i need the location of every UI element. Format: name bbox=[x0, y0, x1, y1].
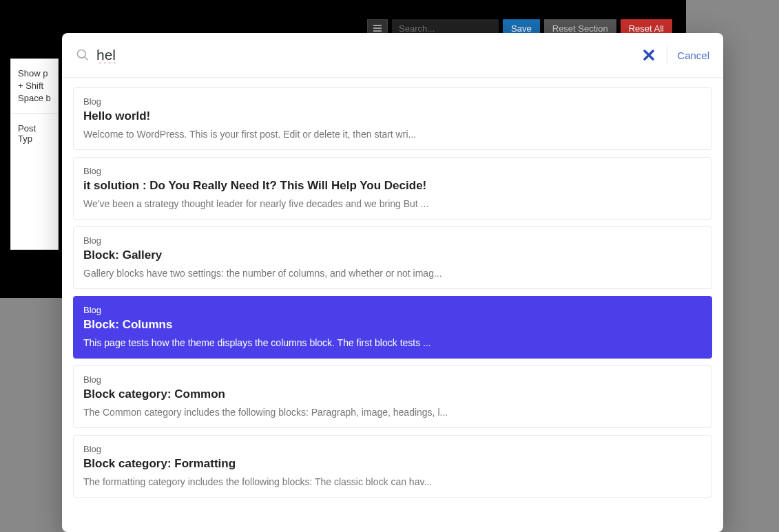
result-excerpt: Gallery blocks have two settings: the nu… bbox=[83, 268, 702, 279]
result-title: Block category: Formatting bbox=[83, 457, 702, 471]
result-title: Hello world! bbox=[83, 109, 702, 123]
result-excerpt: This page tests how the theme displays t… bbox=[83, 337, 702, 348]
result-item[interactable]: BlogBlock category: FormattingThe format… bbox=[73, 435, 712, 498]
svg-line-4 bbox=[85, 57, 88, 61]
results-list[interactable]: BlogHello world!Welcome to WordPress. Th… bbox=[62, 78, 723, 530]
result-title: Block: Gallery bbox=[83, 248, 702, 262]
result-excerpt: The Common category includes the followi… bbox=[83, 407, 702, 418]
result-category: Blog bbox=[83, 444, 702, 454]
modal-header: Cancel bbox=[62, 33, 723, 78]
result-category: Blog bbox=[83, 96, 702, 107]
modal-overlay: Cancel BlogHello world!Welcome to WordPr… bbox=[0, 0, 686, 532]
cancel-link[interactable]: Cancel bbox=[677, 50, 709, 61]
result-title: Block category: Common bbox=[83, 387, 702, 401]
result-category: Blog bbox=[83, 374, 702, 385]
modal-search-input[interactable] bbox=[90, 47, 641, 63]
result-excerpt: We've been a strategy thought leader for… bbox=[83, 198, 702, 209]
result-excerpt: The formatting category includes the fol… bbox=[83, 476, 702, 487]
result-category: Blog bbox=[83, 235, 702, 246]
result-item[interactable]: BlogHello world!Welcome to WordPress. Th… bbox=[73, 87, 712, 150]
close-icon[interactable] bbox=[641, 47, 657, 63]
result-item[interactable]: Blogit solution : Do You Really Need It?… bbox=[73, 157, 712, 220]
result-title: it solution : Do You Really Need It? Thi… bbox=[83, 179, 702, 193]
result-excerpt: Welcome to WordPress. This is your first… bbox=[83, 129, 702, 140]
result-category: Blog bbox=[83, 305, 702, 315]
result-item[interactable]: BlogBlock: GalleryGallery blocks have tw… bbox=[73, 226, 712, 289]
result-title: Block: Columns bbox=[83, 318, 702, 332]
svg-point-3 bbox=[78, 50, 86, 58]
result-item[interactable]: BlogBlock category: CommonThe Common cat… bbox=[73, 365, 712, 428]
search-modal: Cancel BlogHello world!Welcome to WordPr… bbox=[62, 33, 723, 532]
result-category: Blog bbox=[83, 166, 702, 176]
result-item[interactable]: BlogBlock: ColumnsThis page tests how th… bbox=[73, 296, 712, 359]
search-icon bbox=[76, 48, 90, 62]
divider bbox=[667, 45, 667, 65]
